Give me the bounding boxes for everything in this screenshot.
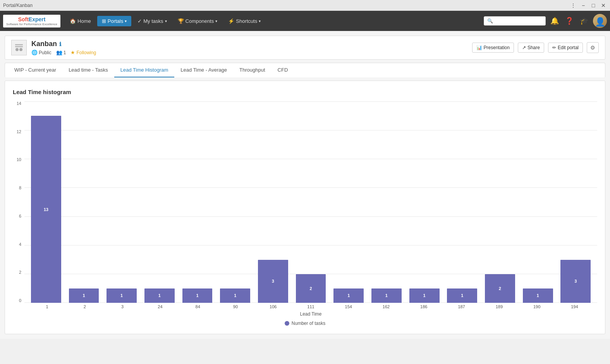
bar-value-label: 2 bbox=[309, 286, 312, 291]
y-axis-label: 0 bbox=[19, 299, 21, 303]
bar[interactable]: 1 bbox=[69, 288, 99, 303]
x-axis-label: 2 bbox=[66, 304, 103, 309]
components-label: Components bbox=[186, 18, 214, 24]
x-axis-label: 111 bbox=[292, 304, 330, 309]
presentation-icon: 📊 bbox=[476, 45, 482, 50]
x-axis: 123248490106111154162186187189190194 bbox=[24, 303, 597, 309]
x-axis-label: 194 bbox=[556, 304, 593, 309]
y-axis-label: 6 bbox=[19, 214, 21, 218]
x-axis-label: 190 bbox=[518, 304, 555, 309]
bar-group: 1 bbox=[66, 101, 102, 303]
bar-value-label: 2 bbox=[499, 286, 501, 291]
restore-button[interactable]: □ bbox=[590, 2, 597, 9]
bar[interactable]: 1 bbox=[371, 288, 402, 303]
bar-value-label: 1 bbox=[234, 293, 236, 298]
bar[interactable]: 2 bbox=[485, 274, 515, 303]
help-button[interactable]: ❓ bbox=[564, 15, 575, 27]
share-button[interactable]: ↗ Share bbox=[518, 43, 544, 53]
chart-inner: 14121086420 1311111321111213 bbox=[13, 101, 597, 303]
bar-group: 2 bbox=[482, 101, 518, 303]
bar[interactable]: 13 bbox=[31, 116, 61, 303]
chart-wrapper: 14121086420 1311111321111213 12324849010… bbox=[13, 101, 597, 326]
x-axis-label: 187 bbox=[443, 304, 480, 309]
portals-icon: ⊞ bbox=[102, 18, 106, 24]
bar[interactable]: 1 bbox=[447, 288, 477, 303]
bar[interactable]: 1 bbox=[144, 288, 175, 303]
share-label: Share bbox=[528, 45, 540, 50]
tab-lead-time-histogram[interactable]: Lead Time Histogram bbox=[114, 63, 175, 77]
info-icon[interactable]: ℹ bbox=[59, 41, 61, 47]
page-title-text: Kanban bbox=[31, 40, 57, 48]
y-axis-label: 4 bbox=[19, 242, 21, 247]
tab-lead-time-average[interactable]: Lead Time - Average bbox=[174, 63, 233, 77]
components-nav-button[interactable]: 🏆 Components ▾ bbox=[173, 16, 222, 26]
avatar[interactable]: 👤 bbox=[593, 14, 607, 28]
bar[interactable]: 2 bbox=[296, 274, 326, 303]
bar[interactable]: 1 bbox=[523, 288, 553, 303]
presentation-button[interactable]: 📊 Presentation bbox=[472, 43, 514, 53]
chart-legend: Number of tasks bbox=[13, 321, 597, 326]
chart-plot-area: 1311111321111213 bbox=[24, 101, 597, 303]
bar-group: 1 bbox=[331, 101, 366, 303]
presentation-label: Presentation bbox=[484, 45, 510, 50]
bar[interactable]: 3 bbox=[560, 260, 591, 303]
bar[interactable]: 1 bbox=[409, 288, 440, 303]
bars-container: 1311111321111213 bbox=[24, 101, 597, 303]
components-caret-icon: ▾ bbox=[215, 19, 217, 23]
tabs-bar: WIP - Current year Lead time - Tasks Lea… bbox=[5, 63, 605, 77]
bar-value-label: 1 bbox=[347, 293, 350, 298]
nav-right-area: 🔍 🔔 ❓ 🎓 👤 bbox=[484, 14, 607, 28]
bar-group: 1 bbox=[180, 101, 215, 303]
bar-group: 1 bbox=[407, 101, 442, 303]
following-badge: ★ Following bbox=[70, 50, 96, 55]
bar-value-label: 1 bbox=[196, 293, 198, 298]
portals-label: Portals bbox=[108, 18, 123, 24]
minimize-button[interactable]: − bbox=[580, 2, 587, 9]
tab-throughput[interactable]: Throughput bbox=[233, 63, 271, 77]
top-navigation: Soft Expert Software for Performance Exc… bbox=[0, 11, 610, 31]
portals-nav-button[interactable]: ⊞ Portals ▾ bbox=[97, 16, 131, 26]
home-nav-button[interactable]: 🏠 Home bbox=[65, 16, 96, 26]
bar-value-label: 3 bbox=[574, 279, 577, 283]
x-axis-label: 154 bbox=[330, 304, 367, 309]
search-box[interactable]: 🔍 bbox=[484, 16, 546, 26]
bar[interactable]: 3 bbox=[258, 260, 288, 303]
graduation-button[interactable]: 🎓 bbox=[578, 15, 590, 27]
edit-icon: ✏ bbox=[552, 45, 556, 50]
tab-lead-time-tasks[interactable]: Lead time - Tasks bbox=[62, 63, 114, 77]
tab-cfd[interactable]: CFD bbox=[271, 63, 294, 77]
bar[interactable]: 1 bbox=[182, 288, 213, 303]
public-label: Public bbox=[39, 50, 52, 55]
home-icon: 🏠 bbox=[70, 18, 76, 24]
window-controls: ⋮ − □ ✕ bbox=[570, 2, 607, 9]
x-axis-label: 3 bbox=[104, 304, 141, 309]
tab-wip-current-year[interactable]: WIP - Current year bbox=[8, 63, 62, 77]
bar[interactable]: 1 bbox=[220, 288, 250, 303]
logo-expert: Expert bbox=[29, 16, 46, 22]
close-button[interactable]: ✕ bbox=[600, 2, 607, 9]
bar-value-label: 1 bbox=[385, 293, 388, 298]
bar[interactable]: 1 bbox=[107, 288, 137, 303]
bar[interactable]: 1 bbox=[333, 288, 364, 303]
shortcuts-nav-button[interactable]: ⚡ Shortcuts ▾ bbox=[223, 16, 265, 26]
bar-group: 1 bbox=[369, 101, 404, 303]
bar-value-label: 3 bbox=[272, 279, 274, 283]
shortcuts-caret-icon: ▾ bbox=[259, 19, 261, 23]
star-icon: ★ bbox=[70, 50, 75, 55]
home-label: Home bbox=[77, 18, 91, 24]
bar-group: 1 bbox=[142, 101, 177, 303]
shortcuts-label: Shortcuts bbox=[236, 18, 257, 24]
y-axis-label: 14 bbox=[17, 101, 21, 106]
avatar-image: 👤 bbox=[593, 14, 607, 28]
share-icon: ↗ bbox=[522, 45, 526, 50]
more-options-button[interactable]: ⋮ bbox=[570, 2, 577, 9]
edit-portal-button[interactable]: ✏ Edit portal bbox=[548, 43, 583, 53]
x-axis-label: 162 bbox=[367, 304, 405, 309]
bar-group: 3 bbox=[255, 101, 291, 303]
mytasks-nav-button[interactable]: ✓ My tasks ▾ bbox=[133, 16, 171, 26]
following-label: Following bbox=[76, 50, 96, 55]
settings-button[interactable]: ⚙ bbox=[587, 42, 599, 53]
page-icon bbox=[11, 40, 27, 55]
search-input[interactable] bbox=[495, 18, 542, 24]
notifications-button[interactable]: 🔔 bbox=[549, 15, 560, 27]
